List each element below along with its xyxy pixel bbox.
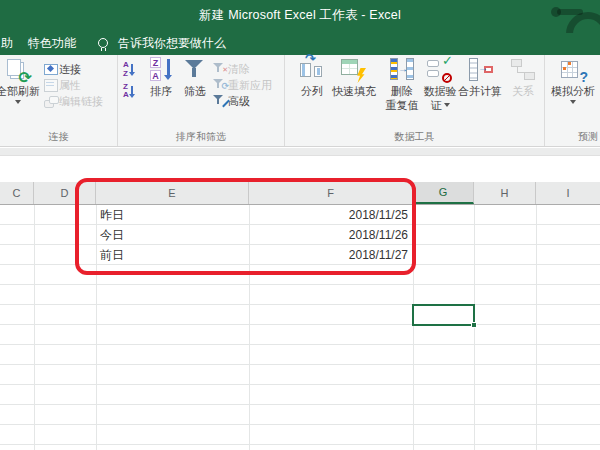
data-validation-icon — [427, 57, 453, 83]
selected-cell — [412, 304, 475, 326]
edit-links-icon — [44, 94, 57, 107]
reapply-filter-button[interactable]: 重新应用 — [213, 78, 272, 94]
column-header-i[interactable]: I — [536, 182, 600, 204]
group-label-data-tools: 数据工具 — [285, 130, 544, 144]
filter-icon — [182, 57, 208, 83]
sort-ascending-button[interactable] — [123, 63, 138, 79]
text-to-columns-icon — [299, 57, 325, 83]
sort-ascending-icon — [123, 63, 138, 77]
properties-icon — [44, 78, 57, 91]
group-label-sort-filter: 排序和筛选 — [118, 130, 284, 144]
ribbon-group-connections: 全部刷新 连接 属性 编辑链接 连接 — [0, 55, 118, 146]
connections-icon — [44, 62, 57, 75]
flash-fill-icon — [341, 57, 367, 83]
properties-button[interactable]: 属性 — [44, 78, 81, 94]
flash-fill-button[interactable]: 快速填充 — [330, 57, 378, 97]
ribbon-group-data-tools: 分列 快速填充 删除 重复值 数据验 证 合并计算 关系 — [285, 55, 545, 146]
lightbulb-icon — [98, 38, 108, 48]
what-if-dropdown-icon[interactable] — [570, 100, 576, 104]
consolidate-button[interactable]: 合并计算 — [455, 57, 505, 97]
text-to-columns-button[interactable]: 分列 — [295, 57, 329, 97]
annotation-red-box — [75, 178, 416, 275]
remove-duplicates-button[interactable]: 删除 重复值 — [383, 57, 421, 111]
tab-features[interactable]: 特色功能 — [28, 33, 76, 55]
data-validation-button[interactable]: 数据验 证 — [423, 57, 457, 111]
what-if-analysis-button[interactable]: 模拟分析 — [547, 57, 599, 104]
window-title: 新建 Microsoft Excel 工作表 - Excel — [0, 0, 600, 30]
relationships-icon — [510, 57, 536, 83]
column-header-c[interactable]: C — [0, 182, 34, 204]
title-bar: 新建 Microsoft Excel 工作表 - Excel — [0, 0, 600, 33]
advanced-filter-icon — [213, 94, 226, 107]
remove-duplicates-icon — [389, 57, 415, 83]
refresh-all-dropdown-icon[interactable] — [15, 100, 21, 104]
ribbon: 全部刷新 连接 属性 编辑链接 连接 ZA 排序 — [0, 55, 600, 147]
clear-filter-icon — [213, 62, 226, 75]
fill-handle[interactable] — [471, 322, 477, 328]
excel-window: 新建 Microsoft Excel 工作表 - Excel 助 特色功能 告诉… — [0, 0, 600, 450]
connections-button[interactable]: 连接 — [44, 62, 81, 78]
consolidate-icon — [467, 57, 493, 83]
refresh-all-button[interactable]: 全部刷新 — [0, 57, 44, 104]
clear-filter-button[interactable]: 清除 — [213, 62, 250, 78]
filter-button[interactable]: 筛选 — [179, 57, 211, 97]
ribbon-group-sort-filter: ZA 排序 筛选 清除 重新应用 高级 排序和筛选 — [118, 55, 285, 146]
advanced-filter-button[interactable]: 高级 — [213, 94, 250, 110]
group-label-forecast: 预测 — [545, 130, 600, 144]
tab-help-partial[interactable]: 助 — [1, 33, 13, 55]
group-label-connections: 连接 — [0, 130, 117, 144]
data-validation-dropdown-icon[interactable] — [444, 103, 450, 107]
ribbon-tab-row: 助 特色功能 告诉我你想要做什么 — [0, 33, 600, 55]
sort-descending-icon — [123, 85, 136, 98]
refresh-all-icon — [5, 57, 31, 83]
ribbon-bottom-strip — [0, 148, 600, 156]
column-header-g-selected[interactable]: G — [413, 182, 474, 204]
tell-me-box[interactable]: 告诉我你想要做什么 — [118, 33, 226, 55]
sort-button[interactable]: ZA 排序 — [144, 57, 178, 97]
column-header-h[interactable]: H — [474, 182, 536, 204]
sort-descending-button[interactable] — [123, 85, 136, 101]
relationships-button[interactable]: 关系 — [507, 57, 539, 97]
what-if-analysis-icon — [560, 57, 586, 83]
reapply-filter-icon — [213, 78, 226, 91]
edit-links-button[interactable]: 编辑链接 — [44, 94, 103, 110]
ribbon-group-forecast: 模拟分析 预测 — [545, 55, 600, 146]
sort-icon: ZA — [148, 57, 174, 83]
